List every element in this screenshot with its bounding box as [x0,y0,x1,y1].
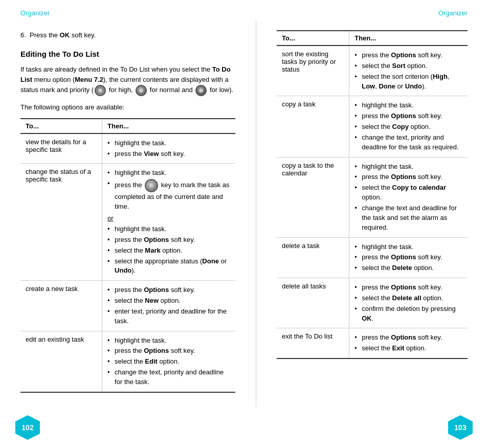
table-row: copy a task highlight the task. press th… [277,96,468,157]
list-item: select the appropriate status (Done or U… [107,256,230,277]
low-priority-icon [195,85,207,96]
col-then-header: Then... [102,119,235,133]
list-item: press the Options soft key. [107,235,230,245]
row-to: sort the existing tasks by priority or s… [277,46,349,96]
row-to: view the details for a specific task [20,133,102,164]
row-then: press the Options soft key. select the D… [349,278,468,328]
row-to: create a new task [20,281,102,331]
row-then: highlight the task. press the View soft … [102,133,235,164]
table-row: exit the To Do list press the Options so… [277,328,468,359]
list-item: press the Options soft key. [354,111,462,122]
list-item: press the Options soft key. [354,252,462,263]
left-table: To... Then... view the details for a spe… [20,118,235,393]
normal-priority-icon [136,85,147,96]
list-item: press the Options soft key. [354,282,462,293]
list-item: highlight the task. [107,335,230,346]
section-heading: Editing the To Do List [20,50,235,58]
header-right: Organizer [438,9,468,17]
list-item: change the text, priority and deadline f… [107,367,230,388]
row-then: press the Options soft key. select the S… [349,46,468,96]
list-item: highlight the task. [107,168,230,178]
header-left: Organizer [20,9,50,17]
table-row: delete all tasks press the Options soft … [277,278,468,328]
list-item: select the Sort option. [354,61,462,72]
list-item: highlight the task. [107,224,230,235]
list-item: press the Options soft key. [107,346,230,356]
table-row: delete a task highlight the task. press … [277,237,468,278]
intro-text: If tasks are already defined in the To D… [20,64,235,96]
table-row: view the details for a specific task hig… [20,133,235,164]
page: Organizer Organizer 6. Press the OK soft… [0,0,488,448]
list-item: select the Delete option. [354,263,462,274]
list-item: press the key to mark the task as comple… [107,178,230,212]
list-item: select the Edit option. [107,356,230,367]
list-item: highlight the task. [354,100,462,111]
col-to-header: To... [20,119,102,133]
header: Organizer Organizer [0,0,488,21]
list-item: highlight the task. [354,162,462,172]
row-to: exit the To Do list [277,328,349,359]
row-then: press the Options soft key. select the N… [102,281,235,331]
list-item: enter text, priority and deadline for th… [107,306,230,327]
row-to: edit an existing task [20,331,102,392]
right-table: To... Then... sort the existing tasks by… [277,30,468,359]
page-number-right: 103 [448,415,473,440]
left-column: 6. Press the OK soft key. Editing the To… [20,21,235,407]
list-item: select the Copy option. [354,122,462,132]
step-text: 6. Press the OK soft key. [20,30,235,40]
list-item: highlight the task. [354,242,462,253]
row-then: highlight the task. press the Options so… [349,157,468,237]
col-then-header: Then... [349,31,468,46]
list-item: select the New option. [107,296,230,306]
table-row: change the status of a specific task hig… [20,164,235,281]
or-divider: or [107,214,230,222]
right-column: To... Then... sort the existing tasks by… [256,21,468,407]
list-item: press the Options soft key. [354,332,462,343]
row-to: delete all tasks [277,278,349,328]
table-row: copy a task to the calendar highlight th… [277,157,468,237]
page-number-left: 102 [15,415,40,440]
list-item: change the text, priority and deadline f… [354,132,462,153]
row-to: change the status of a specific task [20,164,102,281]
col-to-header: To... [277,31,349,46]
list-item: change the text and deadline for the tas… [354,203,462,233]
list-item: select the sort criterion (High, Low, Do… [354,72,462,92]
row-to: copy a task to the calendar [277,157,349,237]
list-item: select the Copy to calendar option. [354,183,462,203]
table-row: edit an existing task highlight the task… [20,331,235,392]
list-item: select the Exit option. [354,343,462,354]
list-item: confirm the deletion by pressing OK. [354,304,462,324]
row-to: copy a task [277,96,349,157]
row-then: highlight the task. press the Options so… [102,331,235,392]
table-row: create a new task press the Options soft… [20,281,235,331]
list-item: select the Delete all option. [354,293,462,304]
footer: 102 103 [0,407,488,448]
list-item: press the View soft key. [107,149,230,160]
list-item: press the Options soft key. [107,285,230,296]
row-then: highlight the task. press the Options so… [349,237,468,278]
content-area: 6. Press the OK soft key. Editing the To… [0,21,488,407]
row-to: delete a task [277,237,349,278]
list-item: press the Options soft key. [354,172,462,183]
row-then: highlight the task. press the Options so… [349,96,468,157]
table-row: sort the existing tasks by priority or s… [277,46,468,96]
key-icon [145,179,158,192]
list-item: press the Options soft key. [354,50,462,61]
row-then: highlight the task. press the key to mar… [102,164,235,281]
list-item: highlight the task. [107,138,230,149]
high-priority-icon [95,85,106,96]
row-then: press the Options soft key. select the E… [349,328,468,359]
options-text: The following options are available: [20,103,235,111]
list-item: select the Mark option. [107,245,230,256]
